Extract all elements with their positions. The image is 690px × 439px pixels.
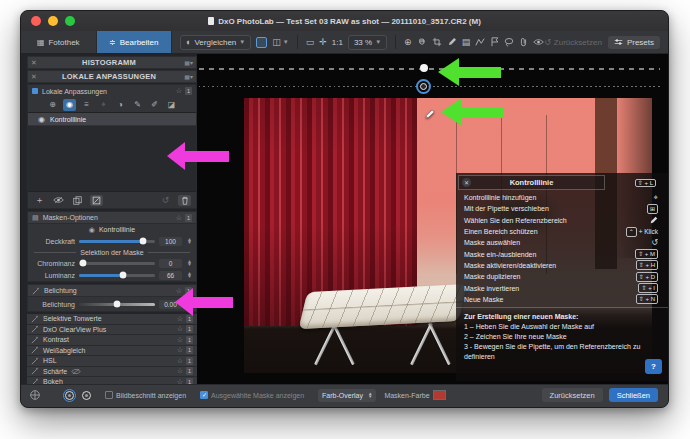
luminance-value[interactable]: 66 bbox=[159, 271, 182, 280]
overlay-mode-select[interactable]: Farb-Overlay ▲▼ bbox=[318, 389, 376, 402]
menu-item-duplicate-mask[interactable]: Maske duplizieren ⇧ + D bbox=[456, 271, 668, 282]
split-view-button[interactable]: ◫ ▼ bbox=[272, 38, 288, 47]
menu-item-protect-area[interactable]: Einen Bereich schützen ⌃ + Klick bbox=[456, 226, 668, 237]
hand-tool-icon[interactable] bbox=[417, 37, 427, 47]
add-mask-button[interactable]: ＋ bbox=[33, 195, 46, 206]
horizon-tool-icon[interactable]: ▤ bbox=[462, 38, 471, 47]
panel-kontrast[interactable]: Kontrast ☆1 bbox=[27, 335, 197, 346]
reset-corrections-button[interactable]: ↺ Zurücksetzen bbox=[544, 38, 602, 47]
curve-tool-icon[interactable] bbox=[475, 37, 485, 47]
flag-icon[interactable] bbox=[490, 37, 499, 47]
bottom-toolbar: Bildbeschnitt anzeigen Ausgewählte Maske… bbox=[21, 384, 668, 408]
trash-icon[interactable] bbox=[178, 195, 191, 206]
show-selected-mask-checkbox[interactable]: Ausgewählte Maske anzeigen bbox=[200, 391, 304, 399]
menu-item-enable-disable-mask[interactable]: Maske aktivieren/deaktivieren ⇧ + H bbox=[456, 260, 668, 271]
show-control-points-toggle[interactable] bbox=[63, 389, 76, 402]
close-icon[interactable]: ✕ bbox=[462, 178, 471, 187]
chrominance-slider[interactable] bbox=[79, 262, 155, 265]
zoom-window-button[interactable] bbox=[65, 16, 75, 26]
navigator-icon[interactable] bbox=[29, 389, 41, 401]
show-crop-checkbox[interactable]: Bildbeschnitt anzeigen bbox=[105, 391, 186, 399]
star-icon[interactable]: ☆ bbox=[176, 87, 182, 95]
zoom-in-icon[interactable]: ⊕ bbox=[404, 38, 412, 47]
zoom-level-select[interactable]: 33 % ▼ bbox=[348, 35, 387, 50]
hide-control-points-toggle[interactable] bbox=[80, 389, 93, 402]
control-line-upper[interactable] bbox=[199, 68, 660, 70]
pipette-tool-icon[interactable] bbox=[447, 37, 457, 47]
control-line-anchor[interactable] bbox=[416, 79, 431, 94]
mask-options-header[interactable]: ▤ Masken-Optionen ☆ 1 bbox=[28, 212, 196, 224]
minimize-window-button[interactable] bbox=[48, 16, 58, 26]
close-button[interactable]: Schließen bbox=[609, 388, 658, 402]
stepper-icon[interactable]: ▲▼ bbox=[186, 272, 193, 279]
panel-hsl[interactable]: HSL ☆1 bbox=[27, 356, 197, 367]
brush-icon[interactable]: ✐ bbox=[148, 99, 161, 111]
star-icon[interactable]: ☆ bbox=[177, 357, 183, 365]
presets-button[interactable]: Presets bbox=[608, 36, 660, 49]
panel-menu-icon[interactable]: ▦▾ bbox=[178, 73, 196, 80]
undo-icon[interactable]: ↺ bbox=[159, 195, 172, 206]
checkbox-checked-icon[interactable] bbox=[32, 88, 38, 94]
help-button[interactable]: ? bbox=[645, 359, 662, 374]
star-icon[interactable]: ☆ bbox=[177, 367, 183, 375]
mask-list-item-kontrolllinie[interactable]: ◉ Kontrolllinie bbox=[28, 113, 196, 126]
eye-icon[interactable] bbox=[533, 38, 544, 46]
control-point-icon[interactable]: ⊕ bbox=[46, 99, 59, 111]
pan-move-icon[interactable]: ✛ bbox=[319, 38, 327, 47]
panel-selektive-tonwerte[interactable]: Selektive Tonwerte ☆1 bbox=[27, 314, 197, 325]
paperclip-icon[interactable] bbox=[519, 37, 528, 47]
auto-mask-icon[interactable]: ⌖ bbox=[97, 99, 110, 111]
pipette-cursor-icon[interactable] bbox=[424, 109, 435, 120]
panel-schaerfe[interactable]: Schärfe ☆1 bbox=[27, 367, 197, 378]
lasso-icon[interactable] bbox=[504, 37, 514, 47]
panel-dxo-clearview-plus[interactable]: DxO ClearView Plus ☆1 bbox=[27, 325, 197, 336]
single-view-button[interactable] bbox=[256, 37, 267, 48]
opacity-slider[interactable] bbox=[79, 240, 155, 243]
star-icon[interactable]: ☆ bbox=[177, 325, 183, 333]
image-canvas[interactable]: ✕ Kontrolllinie ⇧ + L Kontrolllinie hinz… bbox=[197, 54, 668, 384]
menu-item-choose-reference-area[interactable]: Wählen Sie den Referenzbereich bbox=[456, 215, 668, 226]
menu-item-invert-mask[interactable]: Maske invertieren ⇧ + I bbox=[456, 282, 668, 293]
tab-bearbeiten[interactable]: ≑ Bearbeiten bbox=[97, 31, 173, 53]
local-adjustments-panel-header[interactable]: ✕ LOKALE ANPASSUNGEN ▦▾ bbox=[27, 70, 197, 83]
pen-icon[interactable]: ✎ bbox=[131, 99, 144, 111]
compare-button[interactable]: ◐ Vergleichen ▼ bbox=[180, 35, 251, 50]
crop-tool-icon[interactable] bbox=[432, 37, 442, 47]
close-icon[interactable]: ✕ bbox=[28, 59, 40, 67]
star-icon[interactable]: ☆ bbox=[177, 336, 183, 344]
menu-item-show-hide-mask[interactable]: Maske ein-/ausblenden ⇧ + M bbox=[456, 248, 668, 259]
exposure-slider[interactable] bbox=[79, 303, 155, 306]
local-adjustments-toggle-row[interactable]: Lokale Anpassungen ☆ 1 bbox=[28, 85, 196, 97]
star-icon[interactable]: ☆ bbox=[176, 214, 182, 222]
zoom-1-1-button[interactable]: 1:1 bbox=[332, 38, 343, 47]
eye-slash-icon[interactable] bbox=[52, 195, 65, 206]
duplicate-icon[interactable] bbox=[71, 195, 84, 206]
panel-weissabgleich[interactable]: Weißabgleich ☆1 bbox=[27, 346, 197, 357]
fit-view-icon[interactable]: ▭ bbox=[306, 38, 315, 47]
eraser-icon[interactable]: ◪ bbox=[165, 99, 178, 111]
menu-item-new-mask[interactable]: Neue Maske ⇧ + N bbox=[456, 294, 668, 305]
count-badge: 1 bbox=[186, 367, 193, 375]
menu-item-select-mask[interactable]: Maske auswählen ↺ bbox=[456, 237, 668, 248]
panel-menu-icon[interactable]: ▦▾ bbox=[178, 59, 196, 66]
exposure-header[interactable]: Belichtung ☆ 1 bbox=[28, 285, 196, 297]
close-icon[interactable]: ✕ bbox=[28, 73, 40, 81]
star-icon[interactable]: ☆ bbox=[177, 346, 183, 354]
mask-color-swatch[interactable] bbox=[433, 390, 446, 400]
adjust-icon[interactable] bbox=[90, 195, 103, 206]
luminance-slider[interactable] bbox=[79, 274, 155, 277]
reset-button[interactable]: Zurücksetzen bbox=[542, 388, 603, 402]
menu-item-add-control-line[interactable]: Kontrolllinie hinzufügen ⌖ bbox=[456, 192, 668, 203]
histogram-panel-header[interactable]: ✕ HISTOGRAMM ▦▾ bbox=[27, 56, 197, 69]
chrominance-value[interactable]: 0 bbox=[159, 259, 182, 268]
tab-fotothek[interactable]: ▦ Fotothek bbox=[21, 31, 97, 53]
stepper-icon[interactable]: ▲▼ bbox=[186, 238, 193, 245]
close-window-button[interactable] bbox=[31, 16, 41, 26]
guide-handle[interactable] bbox=[420, 64, 428, 72]
gradient-filter-icon[interactable]: ≡ bbox=[80, 99, 93, 111]
stepper-icon[interactable]: ▲▼ bbox=[186, 260, 193, 267]
opacity-value[interactable]: 100 bbox=[159, 237, 182, 246]
color-wheel-icon[interactable]: ◑ bbox=[114, 99, 127, 111]
menu-item-move-with-pipette[interactable]: Mit der Pipette verschieben ⊞ bbox=[456, 203, 668, 214]
control-line-icon[interactable]: ◉ bbox=[63, 99, 76, 111]
